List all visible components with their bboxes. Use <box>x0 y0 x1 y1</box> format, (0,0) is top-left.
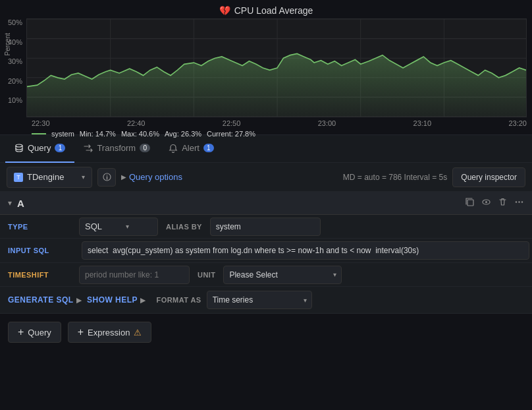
trash-icon[interactable] <box>498 197 508 209</box>
tab-alert-label: Alert <box>182 143 200 153</box>
timeshift-row: Timeshift Unit Please Select ▾ <box>0 263 532 287</box>
generate-sql-button[interactable]: GENERATE SQL ▶ <box>8 295 82 305</box>
query-options-label: Query options <box>129 172 182 182</box>
more-icon[interactable] <box>514 197 524 209</box>
chart-title-text: CPU Load Average <box>234 5 313 16</box>
datasource-icon: T <box>14 173 23 182</box>
tab-query-badge: 1 <box>55 144 65 152</box>
collapse-arrow-icon[interactable]: ▾ <box>8 198 12 208</box>
type-chevron-icon: ▾ <box>126 223 129 230</box>
tab-transform-label: Transform <box>97 143 136 153</box>
legend-system-label: system <box>51 130 74 138</box>
eye-icon[interactable] <box>481 197 491 209</box>
add-query-label: Query <box>28 328 51 337</box>
svg-marker-11 <box>27 53 526 117</box>
legend-current: Current: 27.8% <box>207 130 255 138</box>
chart-heart-icon: 💔 <box>219 5 230 16</box>
input-sql-row: INPUT SQL <box>0 239 532 263</box>
query-a-panel: ▾ A <box>0 192 532 314</box>
show-help-chevron-icon: ▶ <box>140 297 146 304</box>
svg-point-21 <box>521 201 523 202</box>
chart-plot <box>26 18 527 117</box>
unit-select[interactable]: Please Select <box>223 266 342 284</box>
svg-point-15 <box>106 175 107 175</box>
info-icon-btn[interactable] <box>97 168 116 187</box>
tab-alert[interactable]: Alert 1 <box>159 135 223 163</box>
query-options-link[interactable]: ▶ Query options <box>121 172 182 182</box>
show-help-label: SHOW HELP <box>87 295 138 305</box>
query-header-actions <box>465 197 524 209</box>
legend-min: Min: 14.7% <box>80 130 116 138</box>
chart-title: 💔 CPU Load Average <box>0 5 532 16</box>
unit-label: Unit <box>190 271 223 279</box>
datasource-select[interactable]: T TDengine ▾ <box>7 167 92 188</box>
info-icon <box>103 173 111 181</box>
timeshift-label: Timeshift <box>0 271 79 279</box>
query-panel-header: ▾ A <box>0 192 532 215</box>
bottom-toolbar: + Query + Expression ⚠ <box>0 314 532 351</box>
transform-icon <box>84 144 93 153</box>
legend-max: Max: 40.6% <box>121 130 159 138</box>
plus-expr-icon: + <box>78 326 84 338</box>
type-row: Type SQL ▾ ALIAS BY <box>0 215 532 239</box>
unit-select-wrapper: Please Select ▾ <box>223 266 342 284</box>
generate-row: GENERATE SQL ▶ SHOW HELP ▶ Format as Tim… <box>0 287 532 313</box>
svg-rect-16 <box>467 200 473 206</box>
format-select-wrapper: Time series ▾ <box>207 291 312 309</box>
legend-line-icon <box>32 133 46 134</box>
type-select[interactable]: SQL ▾ <box>79 218 158 236</box>
plus-icon: + <box>18 326 24 338</box>
tab-transform[interactable]: Transform 0 <box>74 135 159 163</box>
alias-label: ALIAS BY <box>158 223 210 231</box>
type-value: SQL <box>85 221 102 231</box>
tab-transform-badge: 0 <box>140 144 150 152</box>
svg-point-18 <box>485 201 487 203</box>
chevron-down-icon: ▾ <box>82 173 85 181</box>
query-letter: A <box>17 198 24 209</box>
input-sql-label: INPUT SQL <box>0 247 79 254</box>
svg-point-12 <box>16 144 22 147</box>
copy-icon[interactable] <box>465 197 475 209</box>
timeshift-input[interactable] <box>79 266 190 284</box>
sql-input[interactable] <box>82 241 529 260</box>
query-options-bar: T TDengine ▾ ▶ Query options MD = auto =… <box>0 163 532 192</box>
database-icon <box>14 144 24 153</box>
tab-query-label: Query <box>28 143 51 153</box>
datasource-name: TDengine <box>27 172 64 182</box>
add-expression-button[interactable]: + Expression ⚠ <box>68 322 152 343</box>
tab-alert-badge: 1 <box>203 144 214 152</box>
y-axis-label: Percent <box>4 33 11 55</box>
show-help-button[interactable]: SHOW HELP ▶ <box>87 295 146 305</box>
chart-legend: system Min: 14.7% Max: 40.6% Avg: 26.3% … <box>0 127 532 138</box>
alias-input[interactable] <box>210 218 321 236</box>
chart-container: 💔 CPU Load Average Percent 50% 40% 30% 2… <box>0 0 532 135</box>
format-select[interactable]: Time series <box>207 291 312 309</box>
generate-sql-chevron-icon: ▶ <box>76 297 82 304</box>
svg-point-19 <box>516 201 517 202</box>
tab-query[interactable]: Query 1 <box>5 135 74 163</box>
query-inspector-button[interactable]: Query inspector <box>452 167 525 187</box>
chevron-right-icon: ▶ <box>121 173 126 181</box>
x-axis: 22:30 22:40 22:50 23:00 23:10 23:20 <box>0 117 532 127</box>
generate-sql-label: GENERATE SQL <box>8 295 74 305</box>
type-label: Type <box>0 223 79 231</box>
tabs-bar: Query 1 Transform 0 Alert 1 <box>0 135 532 163</box>
legend-avg: Avg: 26.3% <box>165 130 201 138</box>
format-label: Format as <box>157 296 201 304</box>
query-meta: MD = auto = 786 Interval = 5s <box>343 173 447 182</box>
add-expr-label: Expression <box>88 328 130 337</box>
bell-icon <box>169 144 178 153</box>
warning-icon: ⚠ <box>134 328 142 337</box>
svg-point-20 <box>518 201 519 202</box>
add-query-button[interactable]: + Query <box>8 322 61 343</box>
